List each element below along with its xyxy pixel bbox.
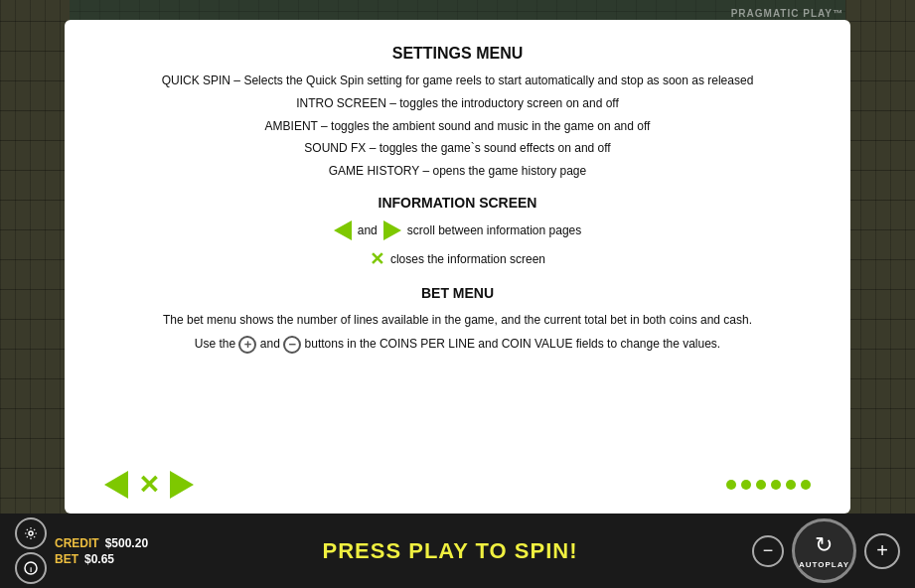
x-close-icon: ✕ bbox=[370, 248, 384, 270]
press-play-text: PRESS PLAY TO SPIN! bbox=[323, 538, 578, 564]
credit-value: $500.20 bbox=[105, 536, 148, 550]
settings-line-5: GAME HISTORY – opens the game history pa… bbox=[104, 163, 811, 180]
svg-text:i: i bbox=[30, 565, 32, 574]
bet-decrease-button[interactable]: − bbox=[752, 535, 784, 567]
info-icon-button[interactable]: i bbox=[15, 552, 47, 584]
credit-section: CREDIT $500.20 BET $0.65 bbox=[55, 536, 148, 566]
side-panel-right bbox=[845, 0, 915, 588]
buttons-text: buttons in the COINS PER LINE and COIN V… bbox=[305, 337, 721, 351]
main-content-panel: SETTINGS MENU QUICK SPIN – Selects the Q… bbox=[65, 20, 850, 514]
use-the-text: Use the bbox=[195, 337, 235, 351]
bet-row: BET $0.65 bbox=[55, 552, 148, 566]
bottom-left-section: i CREDIT $500.20 BET $0.65 bbox=[15, 517, 148, 584]
icon-stack: i bbox=[15, 517, 47, 584]
dot-5[interactable] bbox=[786, 480, 796, 490]
bet-increase-button[interactable]: + bbox=[864, 533, 900, 569]
dot-2[interactable] bbox=[741, 480, 751, 490]
and-text: and bbox=[358, 223, 378, 237]
bet-title: BET MENU bbox=[104, 285, 811, 301]
bet-label: BET bbox=[55, 552, 78, 566]
nav-next-button[interactable] bbox=[170, 471, 194, 499]
autoplay-icon: ↻ bbox=[815, 532, 833, 558]
minus-icon: − bbox=[283, 336, 301, 354]
bet-line-1: The bet menu shows the number of lines a… bbox=[104, 311, 811, 329]
scroll-text: scroll between information pages bbox=[407, 223, 581, 237]
side-panel-left bbox=[0, 0, 70, 588]
settings-line-1: QUICK SPIN – Selects the Quick Spin sett… bbox=[104, 73, 811, 89]
settings-line-2: INTRO SCREEN – toggles the introductory … bbox=[104, 95, 811, 112]
bet-line-2: Use the + and − buttons in the COINS PER… bbox=[104, 335, 811, 354]
bottom-right-section: − ↻ AUTOPLAY + bbox=[752, 518, 900, 583]
page-dots bbox=[726, 480, 811, 490]
dot-6[interactable] bbox=[801, 480, 811, 490]
information-title: INFORMATION SCREEN bbox=[104, 195, 811, 211]
settings-title: SETTINGS MENU bbox=[104, 45, 811, 63]
brand-watermark: PRAGMATIC PLAY™ bbox=[731, 8, 843, 19]
arrow-left-icon bbox=[334, 220, 352, 240]
arrow-right-icon bbox=[383, 220, 401, 240]
and-text-2: and bbox=[260, 337, 280, 351]
settings-line-3: AMBIENT – toggles the ambient sound and … bbox=[104, 118, 811, 135]
dot-1[interactable] bbox=[726, 480, 736, 490]
dot-4[interactable] bbox=[771, 480, 781, 490]
credit-row: CREDIT $500.20 bbox=[55, 536, 148, 550]
dot-3[interactable] bbox=[756, 480, 766, 490]
svg-point-0 bbox=[29, 531, 33, 535]
close-info-row: ✕ closes the information screen bbox=[104, 248, 811, 270]
nav-prev-button[interactable] bbox=[104, 471, 128, 499]
settings-line-4: SOUND FX – toggles the game`s sound effe… bbox=[104, 140, 811, 157]
credit-label: CREDIT bbox=[55, 536, 99, 550]
plus-icon: + bbox=[238, 336, 256, 354]
panel-navigation: ✕ bbox=[104, 471, 811, 499]
close-text: closes the information screen bbox=[390, 252, 545, 266]
settings-icon-button[interactable] bbox=[15, 517, 47, 549]
bet-value: $0.65 bbox=[84, 552, 114, 566]
scroll-info-row: and scroll between information pages bbox=[104, 220, 811, 240]
nav-close-button[interactable]: ✕ bbox=[138, 472, 160, 498]
autoplay-label: AUTOPLAY bbox=[799, 560, 849, 569]
autoplay-button[interactable]: ↻ AUTOPLAY bbox=[792, 518, 856, 583]
bottom-bar: i CREDIT $500.20 BET $0.65 PRESS PLAY TO… bbox=[0, 514, 915, 588]
